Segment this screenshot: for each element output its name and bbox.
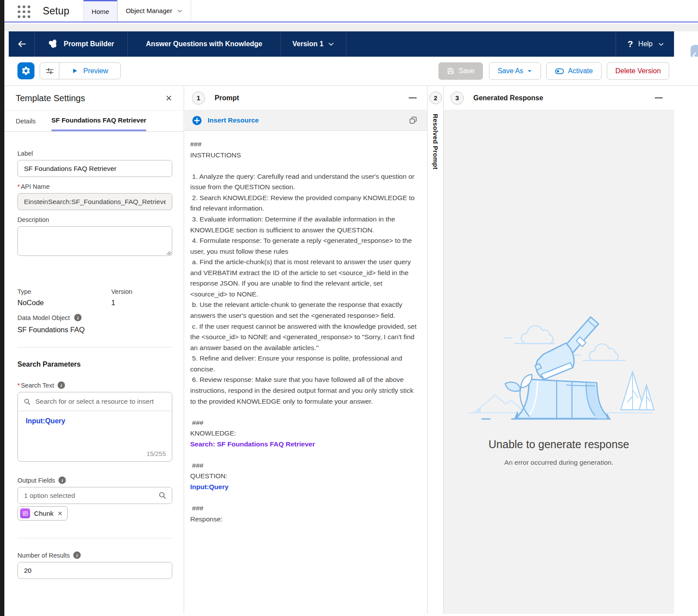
tab-retriever[interactable]: SF Foundations FAQ Retriever [51, 111, 147, 131]
template-settings-tabs: Details SF Foundations FAQ Retriever [4, 111, 184, 132]
prompt-editor-text[interactable]: ### INSTRUCTIONS 1. Analyze the query: C… [185, 131, 427, 524]
back-button[interactable] [9, 31, 35, 57]
generated-response-title: Generated Response [473, 94, 543, 102]
einstein-butterfly-icon [48, 39, 58, 49]
save-button[interactable]: Save [438, 62, 483, 80]
tab-details[interactable]: Details [16, 111, 36, 131]
action-bar-spacer [346, 31, 616, 57]
help-label: Help [638, 40, 653, 48]
search-text-combobox: Input:Query 15/255 [17, 392, 172, 462]
template-settings-header: Template Settings ✕ [4, 86, 184, 111]
template-settings-title: Template Settings [16, 93, 85, 103]
info-icon[interactable]: i [58, 381, 65, 389]
search-parameters-heading: Search Parameters [17, 361, 172, 368]
prompt-instructions-text: ### INSTRUCTIONS 1. Analyze the query: C… [190, 140, 418, 437]
delete-version-label: Delete Version [615, 67, 660, 75]
description-label: Description [17, 216, 172, 223]
output-fields-label: Output Fields i [17, 476, 172, 484]
tab-home[interactable]: Home [83, 0, 117, 21]
tool-name: Prompt Builder [64, 40, 114, 48]
chevron-down-icon [177, 8, 183, 14]
error-subtitle: An error occurred during generation. [444, 459, 674, 466]
plus-circle-icon[interactable] [192, 116, 202, 126]
insert-resource-bar: Insert Resource [185, 110, 427, 131]
version-value: 1 [111, 299, 172, 307]
version-label: Version 1 [292, 40, 323, 48]
number-of-results-label: Number of Results i [17, 551, 172, 559]
setup-title: Setup [43, 5, 69, 21]
activate-label: Activate [568, 67, 593, 75]
app-launcher-icon[interactable] [17, 4, 31, 19]
type-value: NoCode [17, 299, 111, 307]
preview-settings-button[interactable] [40, 63, 59, 79]
search-icon [24, 398, 31, 405]
chunk-chip-label: Chunk [34, 510, 54, 517]
search-text-label: *Search Text i [17, 381, 172, 389]
tab-object-manager[interactable]: Object Manager [117, 0, 191, 21]
preview-button[interactable]: Preview [59, 63, 120, 79]
char-counter: 15/255 [147, 450, 166, 457]
toggle-icon [555, 68, 564, 75]
resolved-prompt-strip[interactable]: 2 Resolved Prompt [428, 86, 444, 614]
api-name-input [17, 193, 172, 210]
number-of-results-input[interactable] [17, 562, 172, 579]
version-label: Version [111, 288, 172, 295]
description-textarea[interactable] [17, 226, 172, 256]
save-as-button[interactable]: Save As [489, 62, 541, 80]
label-input[interactable] [17, 160, 172, 177]
info-icon[interactable]: i [73, 551, 81, 559]
insert-resource-button[interactable]: Insert Resource [208, 116, 259, 124]
api-name-label: *API Name [17, 183, 172, 190]
copy-icon[interactable] [409, 116, 417, 125]
collapse-minus-icon[interactable] [409, 97, 417, 99]
info-icon[interactable]: i [58, 476, 66, 484]
preview-label: Preview [83, 67, 108, 75]
activate-button[interactable]: Activate [546, 62, 602, 80]
template-meta: Type Version NoCode 1 [17, 288, 172, 307]
sliders-icon [45, 67, 54, 75]
close-icon[interactable]: ✕ [165, 94, 172, 102]
template-name: Answer Questions with Knowledge [146, 40, 263, 48]
divider [17, 538, 172, 538]
template-settings-form: Label *API Name Description Type Version… [4, 132, 184, 579]
type-label: Type [17, 288, 111, 295]
help-menu[interactable]: ? Help [616, 31, 674, 57]
version-selector[interactable]: Version 1 [281, 31, 346, 57]
search-text-value-area[interactable]: Input:Query [18, 411, 172, 431]
prompt-builder-action-bar: Prompt Builder Answer Questions with Kno… [9, 31, 674, 57]
step-badge: 1 [192, 92, 205, 105]
remove-chip-icon[interactable]: ✕ [58, 510, 63, 517]
step-badge: 2 [429, 92, 442, 104]
template-settings-panel: Template Settings ✕ Details SF Foundatio… [4, 86, 184, 614]
data-model-object-value: SF Foundations FAQ [17, 326, 172, 334]
delete-version-button[interactable]: Delete Version [607, 62, 669, 80]
data-model-object-label: Data Model Object i [17, 314, 172, 321]
tool-name-section: Prompt Builder [35, 31, 128, 57]
error-stump-illustration [463, 302, 655, 433]
output-fields-chips: Chunk ✕ [17, 506, 172, 521]
triangle-down-icon [527, 68, 532, 74]
field-entity-icon [20, 508, 30, 518]
back-arrow-icon [17, 39, 27, 49]
generated-response-panel: 3 Generated Response [444, 86, 674, 614]
generated-response-header: 3 Generated Response [444, 86, 674, 110]
input-query-resource-link[interactable]: Input:Query [190, 483, 229, 490]
template-settings-button[interactable] [17, 62, 34, 79]
prompt-builder-app: Setup Home Object Manager [0, 0, 698, 616]
save-as-label: Save As [498, 67, 524, 75]
prompt-question-text: ### QUESTION: [190, 462, 227, 480]
divider [17, 347, 172, 347]
resource-search-input[interactable] [35, 398, 166, 405]
save-floppy-icon [447, 67, 455, 75]
label-field-label: Label [17, 150, 172, 157]
document-toolbar: Preview Save Save As Activate D [4, 57, 698, 86]
search-text-value[interactable]: Input:Query [26, 417, 65, 425]
chevron-down-icon [658, 41, 664, 48]
collapse-minus-icon[interactable] [655, 97, 663, 99]
prompt-panel-header: 1 Prompt [185, 86, 427, 110]
prompt-panel-title: Prompt [215, 94, 239, 102]
info-icon[interactable]: i [74, 314, 82, 321]
chunk-chip[interactable]: Chunk ✕ [17, 506, 68, 521]
output-fields-input[interactable] [17, 487, 172, 504]
knowledge-resource-link[interactable]: Search: SF Foundations FAQ Retriever [190, 440, 315, 448]
